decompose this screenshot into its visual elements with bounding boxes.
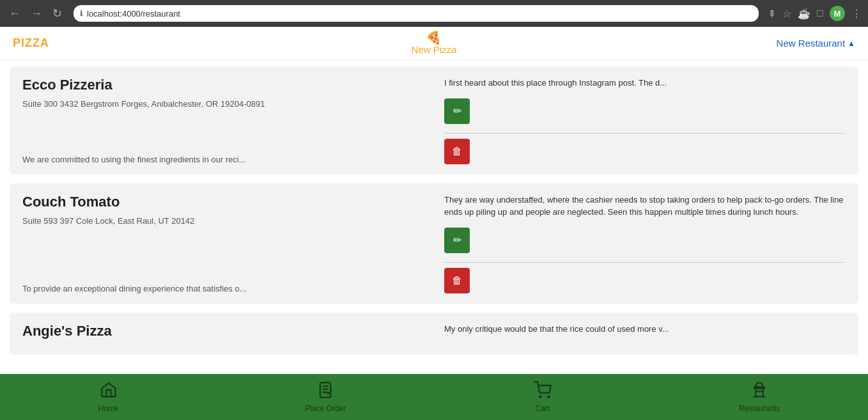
- divider: [444, 262, 846, 263]
- cart-icon: [534, 381, 552, 401]
- svg-point-2: [548, 396, 549, 397]
- place-order-icon: [316, 381, 334, 401]
- reload-button[interactable]: ↻: [50, 4, 65, 23]
- share-icon[interactable]: ⇞: [768, 8, 776, 20]
- restaurant-description: We are committed to using the finest ing…: [22, 146, 434, 164]
- pencil-icon: ✏: [453, 105, 461, 117]
- restaurant-card: Ecco Pizzeria Suite 300 3432 Bergstrom F…: [10, 66, 858, 175]
- cart-label: Cart: [535, 404, 550, 413]
- nav-home[interactable]: Home: [0, 374, 217, 420]
- bottom-nav: Home Place Order Cart: [0, 374, 868, 420]
- url-text: localhost:4000/restaurant: [87, 9, 180, 19]
- restaurant-card: Angie's Pizza My only critique would be …: [10, 313, 858, 355]
- edit-button[interactable]: ✏: [444, 228, 470, 253]
- restaurant-info: Couch Tomato Suite 593 397 Cole Lock, Ea…: [22, 194, 434, 251]
- new-restaurant-label: New Restaurant: [777, 38, 846, 49]
- puzzle-icon[interactable]: ☕: [798, 8, 810, 20]
- delete-button[interactable]: 🗑: [444, 268, 470, 293]
- edit-button[interactable]: ✏: [444, 98, 470, 124]
- restaurant-reviews: My only critique would be that the rice …: [434, 323, 846, 345]
- delete-button[interactable]: 🗑: [444, 139, 470, 164]
- restaurant-card: Couch Tomato Suite 593 397 Cole Lock, Ea…: [10, 183, 858, 304]
- review-text: I first heard about this place through I…: [444, 77, 846, 89]
- nav-cart[interactable]: Cart: [434, 374, 651, 420]
- restaurant-name: Ecco Pizzeria: [22, 77, 421, 93]
- home-icon: [100, 381, 118, 401]
- restaurants-icon: [750, 381, 768, 401]
- restaurant-name: Angie's Pizza: [22, 323, 421, 339]
- pizza-icon: 🍕: [426, 31, 442, 44]
- home-label: Home: [98, 404, 119, 413]
- user-avatar[interactable]: M: [830, 6, 845, 21]
- restaurant-address: Suite 300 3432 Bergstrom Forges, Anibalc…: [22, 98, 421, 110]
- restaurant-description: To provide an exceptional dining experie…: [22, 275, 434, 293]
- trash-icon: 🗑: [452, 146, 462, 157]
- trash-icon: 🗑: [452, 275, 462, 286]
- browser-actions: ⇞ ☆ ☕ □ M ⋮: [768, 6, 862, 21]
- window-icon[interactable]: □: [817, 8, 823, 19]
- place-order-label: Place Order: [305, 404, 346, 413]
- menu-icon[interactable]: ⋮: [851, 8, 862, 20]
- lock-icon: ℹ: [80, 9, 83, 18]
- pencil-icon: ✏: [453, 234, 461, 246]
- app-logo: PIZZA: [13, 36, 49, 50]
- restaurants-label: Restaurants: [739, 404, 780, 413]
- address-bar[interactable]: ℹ localhost:4000/restaurant: [74, 5, 759, 22]
- nav-restaurants[interactable]: Restaurants: [651, 374, 869, 420]
- restaurant-reviews: I first heard about this place through I…: [434, 77, 846, 164]
- restaurant-name: Couch Tomato: [22, 194, 421, 210]
- divider: [444, 133, 846, 134]
- back-button[interactable]: ←: [6, 4, 23, 23]
- chevron-up-icon: ▲: [848, 39, 855, 48]
- app-header: PIZZA 🍕 New Pizza New Restaurant ▲: [0, 27, 868, 60]
- svg-point-1: [539, 396, 541, 397]
- forward-button[interactable]: →: [28, 4, 45, 23]
- browser-chrome: ← → ↻ ℹ localhost:4000/restaurant ⇞ ☆ ☕ …: [0, 0, 868, 27]
- review-text: My only critique would be that the rice …: [444, 323, 846, 336]
- new-pizza-label: New Pizza: [412, 44, 457, 55]
- new-restaurant-button[interactable]: New Restaurant ▲: [777, 38, 855, 49]
- nav-place-order[interactable]: Place Order: [217, 374, 435, 420]
- review-text: They are way understaffed, where the cas…: [444, 194, 846, 219]
- main-content: Ecco Pizzeria Suite 300 3432 Bergstrom F…: [0, 60, 868, 374]
- restaurant-address: Suite 593 397 Cole Lock, East Raul, UT 2…: [22, 215, 421, 227]
- star-icon[interactable]: ☆: [782, 8, 791, 20]
- header-center: 🍕 New Pizza: [412, 31, 457, 55]
- restaurant-info: Ecco Pizzeria Suite 300 3432 Bergstrom F…: [22, 77, 434, 128]
- app-container: PIZZA 🍕 New Pizza New Restaurant ▲ Ecco …: [0, 27, 868, 420]
- restaurant-reviews: They are way understaffed, where the cas…: [434, 194, 846, 293]
- restaurant-info: Angie's Pizza: [22, 323, 434, 345]
- new-pizza-link[interactable]: 🍕 New Pizza: [412, 31, 457, 55]
